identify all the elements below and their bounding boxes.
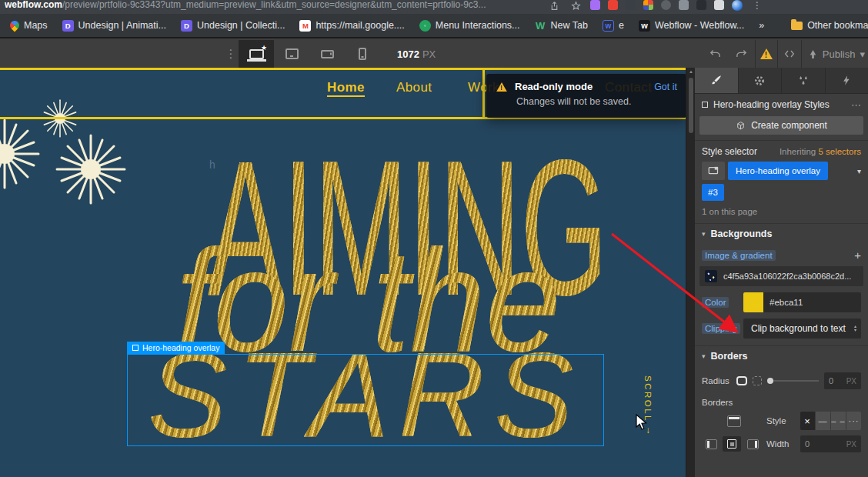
mobile-portrait-icon <box>359 48 366 60</box>
border-side-selector <box>702 436 766 452</box>
color-field[interactable]: #ebca11 <box>743 292 861 312</box>
element-overflow-menu-icon[interactable]: ⋯ <box>851 99 861 111</box>
extension-purple-icon[interactable] <box>590 0 600 10</box>
warning-status[interactable]: ! <box>755 40 777 68</box>
slider-handle[interactable] <box>767 378 773 384</box>
backgrounds-section-header[interactable]: ▾ Backgrounds <box>695 223 868 244</box>
extension-gray-icon[interactable] <box>626 0 636 10</box>
inheriting-info[interactable]: Inheriting 5 selectors <box>780 147 861 156</box>
class-usage-note: 1 on this page <box>695 201 868 223</box>
radius-individual-corners-icon[interactable] <box>753 376 762 385</box>
toolbar-right-cluster: ! Publish▾ <box>703 40 868 68</box>
undesign-icon: D <box>181 20 192 32</box>
slider-track <box>773 380 819 382</box>
breakpoint-star-icon: ★ <box>261 45 267 52</box>
more-bookmarks-chevron[interactable]: » <box>755 18 768 32</box>
bookmark-maps[interactable]: Maps <box>6 18 52 32</box>
border-right-side-icon[interactable] <box>743 436 762 452</box>
border-width-field[interactable]: 0PX <box>800 435 861 452</box>
extension-circle-icon[interactable] <box>661 0 671 10</box>
extension-light-icon[interactable] <box>714 0 724 10</box>
color-swatch[interactable] <box>743 292 763 312</box>
gmail-icon: M <box>299 20 311 32</box>
breakpoint-desktop-button[interactable]: ★ <box>239 40 274 68</box>
export-code-button[interactable] <box>777 40 801 68</box>
border-controls-grid: Style × — – – ··· Width 0PX <box>695 409 868 452</box>
breakpoint-mobile-portrait-button[interactable] <box>345 40 380 68</box>
extension-dark-icon[interactable] <box>696 0 706 10</box>
bookmark-star-icon[interactable] <box>569 0 582 11</box>
nav-link-about[interactable]: About <box>396 80 432 95</box>
extension-pinwheel-icon[interactable] <box>643 0 653 10</box>
create-component-button[interactable]: Create component <box>699 116 863 135</box>
breakpoint-tablet-button[interactable] <box>274 40 309 68</box>
bookmark-gmail[interactable]: Mhttps://mail.google.... <box>295 18 408 33</box>
background-image-item[interactable]: c4f5a93a106022f2ca3b0068c2d... <box>699 266 863 286</box>
background-image-thumbnail <box>705 270 717 282</box>
publish-chevron-icon: ▾ <box>860 48 865 60</box>
other-bookmarks[interactable]: Other bookmarks <box>787 18 868 32</box>
border-style-dotted-button[interactable]: ··· <box>846 412 861 430</box>
borders-group-label: Borders <box>695 391 868 409</box>
tab-interactions[interactable] <box>782 68 826 93</box>
design-canvas[interactable]: Home About Work Contact h AIMING for the… <box>0 68 686 477</box>
bookmark-e[interactable]: we <box>599 18 628 33</box>
canvas-scrollbar[interactable]: ▲ <box>686 68 695 477</box>
image-gradient-label[interactable]: Image & gradient <box>702 250 776 261</box>
selected-element-header: Hero-heading overlay Styles ⋯ <box>695 94 868 115</box>
style-selector-row: Hero-heading overlay ▾ <box>695 159 868 180</box>
clipping-row: Clipping Clip background to text ▴▾ <box>695 312 868 339</box>
selector-chevron-icon[interactable]: ▾ <box>857 167 861 175</box>
extension-red-icon[interactable] <box>608 0 618 10</box>
webflow-dark-icon: w <box>639 20 650 32</box>
undo-button[interactable] <box>703 40 729 68</box>
radius-value-field[interactable]: 0PX <box>824 372 861 389</box>
breakpoint-indicator-button[interactable] <box>702 162 725 180</box>
color-label[interactable]: Color <box>702 297 729 308</box>
extension-puzzle-icon[interactable] <box>679 0 689 10</box>
style-selector-header: Style selector Inheriting 5 selectors <box>695 140 868 159</box>
toast-got-it-link[interactable]: Got it <box>654 82 677 92</box>
tab-style[interactable] <box>695 68 739 93</box>
bookmark-undesign-animations[interactable]: DUndesign | Animati... <box>58 18 170 33</box>
state-badge[interactable]: #3 <box>702 184 724 201</box>
border-top-side-icon[interactable] <box>727 415 741 427</box>
bolt-icon <box>841 75 853 86</box>
tab-settings[interactable] <box>739 68 783 93</box>
border-all-sides-icon[interactable] <box>723 436 741 452</box>
address-url[interactable]: webflow.com/preview/prtfolio-9c3343?utm_… <box>5 0 543 10</box>
element-styles-title: Hero-heading overlay Styles <box>713 99 846 110</box>
scrollbar-thumb[interactable] <box>689 78 693 133</box>
share-icon[interactable] <box>548 0 560 11</box>
clipping-select[interactable]: Clip background to text ▴▾ <box>743 319 861 339</box>
border-style-dashed-button[interactable]: – – <box>831 412 846 430</box>
nav-link-home[interactable]: Home <box>327 80 365 97</box>
class-pill[interactable]: Hero-heading overlay <box>728 162 828 180</box>
screen: { "browser": { "url_domain": "webflow.co… <box>0 0 868 477</box>
bookmark-menu-interactions[interactable]: ◦Menu Interactions... <box>416 18 524 33</box>
border-style-none-button[interactable]: × <box>800 412 816 430</box>
clipping-label[interactable]: Clipping <box>702 323 740 334</box>
bookmark-new-tab[interactable]: WNew Tab <box>531 18 592 33</box>
borders-section-header[interactable]: ▾ Borders <box>695 345 868 366</box>
radius-slider[interactable] <box>767 378 819 384</box>
style-panel: Hero-heading overlay Styles ⋯ Create com… <box>695 68 868 477</box>
selected-element-label[interactable]: Hero-heading overlay <box>127 342 225 354</box>
add-background-icon[interactable]: + <box>854 249 861 262</box>
redo-button[interactable] <box>729 40 755 68</box>
border-style-solid-button[interactable]: — <box>816 412 831 430</box>
publish-button[interactable]: Publish▾ <box>801 40 868 68</box>
profile-avatar[interactable] <box>732 0 743 11</box>
bookmark-webflow[interactable]: wWebflow - Webflow... <box>635 18 748 33</box>
border-left-side-icon[interactable] <box>702 436 720 452</box>
toolbar-menu-icon[interactable]: ⋮ <box>223 47 239 61</box>
browser-menu-icon[interactable]: ⋮ <box>751 0 763 11</box>
selected-element-outline[interactable] <box>127 354 604 446</box>
mobile-landscape-icon <box>321 50 334 58</box>
breakpoint-mobile-landscape-button[interactable] <box>309 40 345 68</box>
breakpoint-width-value[interactable]: 1072PX <box>397 48 436 60</box>
bookmark-undesign-collections[interactable]: DUndesign | Collecti... <box>177 18 289 33</box>
tab-actions[interactable] <box>826 68 868 93</box>
radius-all-corners-icon[interactable] <box>736 376 747 385</box>
undesign-icon: D <box>62 20 74 32</box>
